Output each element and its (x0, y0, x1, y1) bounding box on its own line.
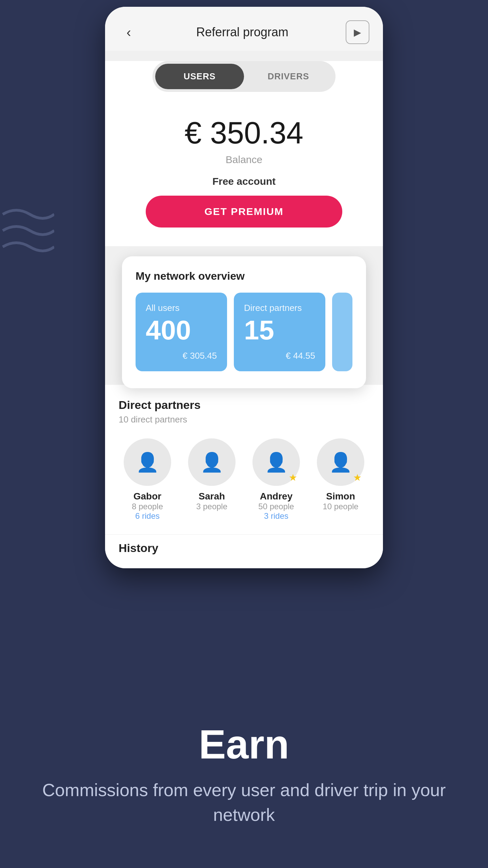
partner-name-simon: Simon (326, 491, 355, 502)
page-title: Referral program (196, 25, 288, 39)
partner-people-andrey: 50 people (258, 502, 294, 511)
direct-partners-number: 15 (244, 317, 315, 344)
avatar-simon: 👤 ★ (317, 438, 364, 486)
page-wrapper: ‹ Referral program ▶ USERS DRIVERS € 350… (0, 0, 488, 868)
stats-row: All users 400 € 305.45 Direct partners 1… (136, 293, 352, 371)
partner-item-simon[interactable]: 👤 ★ Simon 10 people (312, 438, 369, 521)
earn-title: Earn (34, 721, 454, 768)
tab-drivers[interactable]: DRIVERS (244, 64, 333, 89)
phone-inner: ‹ Referral program ▶ USERS DRIVERS € 350… (105, 7, 383, 568)
video-button[interactable]: ▶ (346, 20, 369, 44)
balance-section: € 350.34 Balance Free account GET PREMIU… (105, 109, 383, 246)
all-users-title: All users (146, 303, 217, 313)
direct-partners-title: Direct partners (244, 303, 315, 313)
star-badge-andrey: ★ (289, 472, 297, 483)
partners-row: 👤 Gabor 8 people 6 rides 👤 Sarah 3 peopl… (119, 438, 369, 521)
history-section: History (105, 534, 383, 568)
phone-frame: ‹ Referral program ▶ USERS DRIVERS € 350… (105, 7, 383, 568)
user-icon-andrey: 👤 (265, 451, 288, 473)
user-icon-simon: 👤 (329, 451, 352, 473)
video-icon: ▶ (354, 27, 361, 38)
partner-rides-andrey: 3 rides (264, 511, 288, 521)
partner-item-andrey[interactable]: 👤 ★ Andrey 50 people 3 rides (247, 438, 305, 521)
earn-subtitle: Commissions from every user and driver t… (34, 778, 454, 827)
direct-partners-value: € 44.55 (244, 351, 315, 361)
partner-name-andrey: Andrey (260, 491, 292, 502)
wave-decoration (0, 203, 54, 285)
get-premium-button[interactable]: GET PREMIUM (146, 196, 342, 228)
partner-name-sarah: Sarah (199, 491, 225, 502)
user-icon-gabor: 👤 (136, 451, 159, 473)
history-title: History (119, 541, 369, 555)
direct-partners-section: Direct partners 10 direct partners 👤 Gab… (105, 385, 383, 534)
more-stats-card (332, 293, 352, 371)
direct-partners-section-title: Direct partners (119, 398, 369, 412)
avatar-gabor: 👤 (124, 438, 171, 486)
back-arrow-icon: ‹ (126, 25, 131, 40)
user-icon-sarah: 👤 (200, 451, 224, 473)
tab-switcher: USERS DRIVERS (152, 61, 336, 92)
account-type: Free account (119, 176, 369, 187)
avatar-sarah: 👤 (188, 438, 236, 486)
direct-partners-stat-card: Direct partners 15 € 44.55 (234, 293, 325, 371)
partner-item-gabor[interactable]: 👤 Gabor 8 people 6 rides (119, 438, 176, 521)
all-users-number: 400 (146, 317, 217, 344)
star-badge-simon: ★ (353, 472, 362, 483)
network-overview-card: My network overview All users 400 € 305.… (122, 256, 366, 388)
partner-people-gabor: 8 people (132, 502, 163, 511)
network-overview-title: My network overview (136, 270, 352, 282)
balance-label: Balance (119, 154, 369, 165)
balance-amount: € 350.34 (119, 116, 369, 151)
avatar-andrey: 👤 ★ (252, 438, 300, 486)
header-bar: ‹ Referral program ▶ (105, 7, 383, 51)
partner-people-sarah: 3 people (196, 502, 227, 511)
partner-rides-gabor: 6 rides (135, 511, 160, 521)
partner-name-gabor: Gabor (134, 491, 161, 502)
all-users-stat-card: All users 400 € 305.45 (136, 293, 227, 371)
partner-item-sarah[interactable]: 👤 Sarah 3 people (183, 438, 241, 521)
back-button[interactable]: ‹ (119, 22, 139, 42)
partner-people-simon: 10 people (323, 502, 358, 511)
earn-section: Earn Commissions from every user and dri… (0, 680, 488, 868)
direct-partners-subtitle: 10 direct partners (119, 414, 369, 425)
tab-users[interactable]: USERS (155, 64, 244, 89)
all-users-value: € 305.45 (146, 351, 217, 361)
